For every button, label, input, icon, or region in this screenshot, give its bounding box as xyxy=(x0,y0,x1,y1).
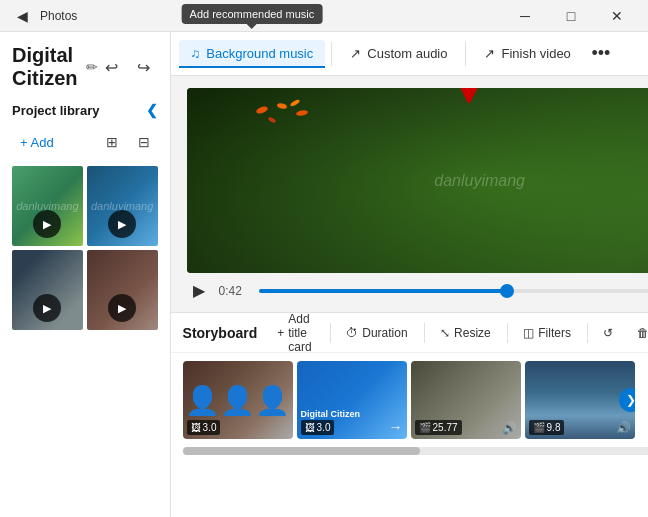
storyboard-toolbar: Storyboard + Add title card ⏱ Duration ⤡… xyxy=(171,313,648,353)
red-arrow xyxy=(444,88,494,103)
horizontal-scrollbar[interactable] xyxy=(183,447,648,455)
clip-2-badge: 🖼 3.0 xyxy=(301,420,335,435)
maximize-icon: □ xyxy=(567,8,575,24)
orange-particles xyxy=(247,98,327,138)
close-icon: ✕ xyxy=(611,8,623,24)
clip-3-duration: 25.77 xyxy=(433,422,458,433)
collapse-sidebar-button[interactable]: ❮ xyxy=(146,102,158,118)
grid-view-button[interactable]: ⊞ xyxy=(98,128,126,156)
project-title-row: Digital Citizen ✏ ↩ ↪ xyxy=(12,44,158,90)
resize-button[interactable]: ⤡ Resize xyxy=(432,322,499,344)
window-controls: ─ □ ✕ xyxy=(502,0,640,32)
redo-button[interactable]: ↪ xyxy=(130,53,158,81)
video-preview: danluyimang xyxy=(187,88,648,273)
filters-icon: ◫ xyxy=(523,326,534,340)
titlebar: ◀ Photos ─ □ ✕ xyxy=(0,0,648,32)
svg-point-1 xyxy=(276,102,287,109)
svg-point-3 xyxy=(267,116,276,123)
close-button[interactable]: ✕ xyxy=(594,0,640,32)
resize-icon: ⤡ xyxy=(440,326,450,340)
current-time: 0:42 xyxy=(219,284,251,298)
clip-4-badge-icon: 🎬 xyxy=(533,422,545,433)
more-icon: ••• xyxy=(591,43,610,64)
clip-4-badge: 🎬 9.8 xyxy=(529,420,565,435)
clip-3-audio: 🔊 xyxy=(502,421,517,435)
storyboard-title: Storyboard xyxy=(183,325,258,341)
minimize-button[interactable]: ─ xyxy=(502,0,548,32)
play-media-4[interactable]: ▶ xyxy=(108,294,136,322)
background-music-button[interactable]: Add recommended music ♫ Background music xyxy=(179,40,326,67)
svg-point-0 xyxy=(255,105,268,115)
maximize-button[interactable]: □ xyxy=(548,0,594,32)
add-title-label: Add title card xyxy=(288,312,314,354)
right-panel: Add recommended music ♫ Background music… xyxy=(171,32,648,517)
timeline-thumb[interactable] xyxy=(500,284,514,298)
add-title-card-button[interactable]: + Add title card xyxy=(269,308,322,358)
main-container: Digital Citizen ✏ ↩ ↪ Project library ❮ … xyxy=(0,32,648,517)
redo-icon: ↪ xyxy=(137,58,150,77)
list-view-button[interactable]: ⊟ xyxy=(130,128,158,156)
bg-music-wrapper: Add recommended music ♫ Background music xyxy=(179,40,326,67)
video-watermark: danluyimang xyxy=(434,172,525,190)
back-button[interactable]: ◀ xyxy=(8,2,36,30)
media-item-4[interactable]: ▶ xyxy=(87,250,158,330)
grid-icon: ⊞ xyxy=(106,134,118,150)
motion-icon: ↺ xyxy=(603,326,613,340)
list-icon: ⊟ xyxy=(138,134,150,150)
library-header: Project library ❮ xyxy=(12,102,158,118)
clip-1-duration: 3.0 xyxy=(203,422,217,433)
clip-1-badge: 🖼 3.0 xyxy=(187,420,221,435)
edit-title-icon[interactable]: ✏ xyxy=(86,59,98,75)
app-title: Photos xyxy=(40,9,77,23)
clip-item-4[interactable]: 🎬 9.8 🔊 ❯ xyxy=(525,361,635,439)
resize-label: Resize xyxy=(454,326,491,340)
filters-button[interactable]: ◫ Filters xyxy=(515,322,579,344)
play-button[interactable]: ▶ xyxy=(187,281,211,300)
play-media-2[interactable]: ▶ xyxy=(108,210,136,238)
custom-audio-icon: ↗ xyxy=(350,46,361,61)
video-background: danluyimang xyxy=(187,88,648,273)
custom-audio-button[interactable]: ↗ Custom audio xyxy=(338,40,459,67)
clip-item-2[interactable]: Digital Citizen 🖼 3.0 → xyxy=(297,361,407,439)
toolbar-separator-2 xyxy=(465,42,466,66)
duration-button[interactable]: ⏱ Duration xyxy=(338,322,415,344)
playback-controls: ▶ 0:42 1:18 ⛶ xyxy=(171,273,648,308)
tooltip-bubble: Add recommended music xyxy=(182,4,323,24)
play-media-3[interactable]: ▶ xyxy=(33,294,61,322)
clip-2-badge-icon: 🖼 xyxy=(305,422,315,433)
clip-4-duration: 9.8 xyxy=(547,422,561,433)
play-media-1[interactable]: ▶ xyxy=(33,210,61,238)
back-icon: ◀ xyxy=(17,8,28,24)
add-media-button[interactable]: + Add xyxy=(12,131,62,154)
finish-video-label: Finish video xyxy=(501,46,570,61)
tooltip-text: Add recommended music xyxy=(190,8,315,20)
project-title: Digital Citizen xyxy=(12,44,78,90)
clip-item-3[interactable]: 🎬 25.77 🔊 xyxy=(411,361,521,439)
clip-1-badge-icon: 🖼 xyxy=(191,422,201,433)
delete-icon: 🗑 xyxy=(637,326,648,340)
timeline-track[interactable] xyxy=(259,289,648,293)
svg-point-2 xyxy=(295,109,308,116)
clip-2-duration: 3.0 xyxy=(317,422,331,433)
view-toggle: ⊞ ⊟ xyxy=(98,128,158,156)
add-label: + Add xyxy=(20,135,54,150)
media-item-3[interactable]: ▶ xyxy=(12,250,83,330)
media-item-1[interactable]: danluyimang ▶ xyxy=(12,166,83,246)
undo-redo-controls: ↩ ↪ xyxy=(98,53,158,81)
motion-button[interactable]: ↺ xyxy=(595,322,621,344)
svg-point-4 xyxy=(289,99,300,107)
timeline-fill xyxy=(259,289,508,293)
finish-video-icon: ↗ xyxy=(484,46,495,61)
toolbar-more-button[interactable]: ••• xyxy=(585,38,617,70)
media-item-2[interactable]: danluyimang ▶ xyxy=(87,166,158,246)
undo-button[interactable]: ↩ xyxy=(98,53,126,81)
bg-music-icon: ♫ xyxy=(191,46,201,61)
delete-clip-button[interactable]: 🗑 xyxy=(629,322,648,344)
sidebar: Digital Citizen ✏ ↩ ↪ Project library ❮ … xyxy=(0,32,171,517)
add-title-icon: + xyxy=(277,326,284,340)
clip-item-1[interactable]: 👤👤👤 🖼 3.0 xyxy=(183,361,293,439)
storyboard-clips: 👤👤👤 🖼 3.0 Digital Citizen 🖼 3.0 → xyxy=(171,353,648,447)
clip-2-arrow: → xyxy=(389,419,403,435)
finish-video-button[interactable]: ↗ Finish video xyxy=(472,40,582,67)
add-row: + Add ⊞ ⊟ xyxy=(12,128,158,156)
